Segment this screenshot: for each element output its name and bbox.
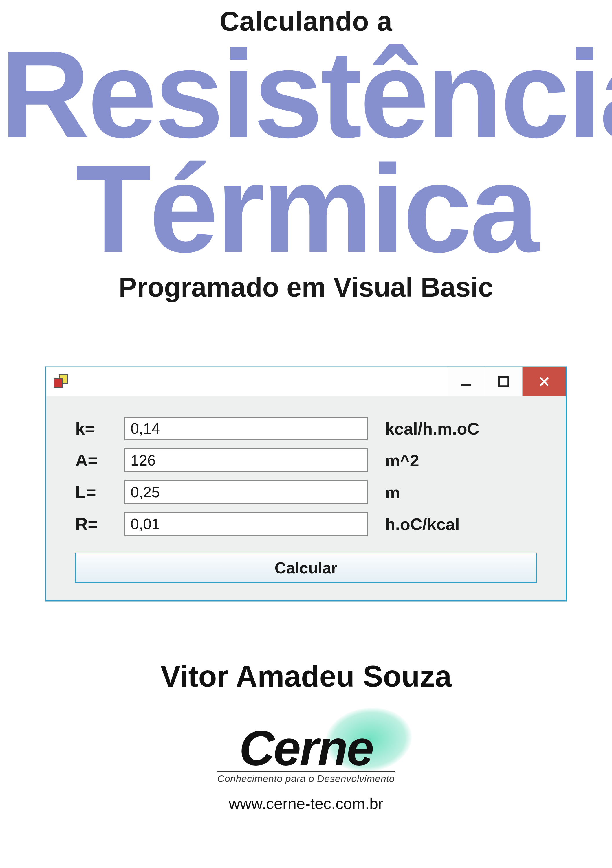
title-line-1: Resistência	[0, 37, 612, 152]
input-r[interactable]	[124, 512, 368, 536]
minimize-button[interactable]	[447, 367, 485, 396]
label-k: k=	[75, 418, 124, 439]
field-row-r: R= h.oC/kcal	[75, 512, 537, 536]
app-window: k= kcal/h.m.oC A= m^2 L= m R= h.oC/kcal …	[45, 367, 567, 601]
close-button[interactable]	[522, 367, 566, 396]
author-name: Vitor Amadeu Souza	[0, 659, 612, 694]
input-a[interactable]	[124, 448, 368, 472]
unit-a: m^2	[385, 451, 419, 470]
logo-tagline: Conhecimento para o Desenvolvimento	[217, 771, 395, 784]
close-icon	[537, 375, 551, 388]
label-a: A=	[75, 451, 124, 470]
unit-k: kcal/h.m.oC	[385, 419, 479, 438]
maximize-icon	[497, 375, 510, 388]
input-k[interactable]	[124, 417, 368, 440]
title-line-2: Térmica	[0, 152, 612, 266]
app-icon	[54, 374, 68, 389]
field-row-k: k= kcal/h.m.oC	[75, 417, 537, 440]
maximize-button[interactable]	[485, 367, 522, 396]
input-l[interactable]	[124, 480, 368, 504]
titlebar[interactable]	[46, 367, 566, 397]
svg-rect-1	[499, 377, 508, 386]
label-r: R=	[75, 514, 124, 534]
minimize-icon	[460, 375, 473, 388]
calculate-button[interactable]: Calcular	[75, 553, 537, 583]
label-l: L=	[75, 482, 124, 502]
field-row-l: L= m	[75, 480, 537, 504]
logo-text: Cerne	[239, 721, 373, 775]
publisher-logo: Cerne Conhecimento para o Desenvolviment…	[0, 717, 612, 812]
logo-url: www.cerne-tec.com.br	[0, 795, 612, 812]
field-row-a: A= m^2	[75, 448, 537, 472]
form-body: k= kcal/h.m.oC A= m^2 L= m R= h.oC/kcal …	[46, 397, 566, 600]
unit-r: h.oC/kcal	[385, 515, 460, 534]
unit-l: m	[385, 483, 400, 502]
